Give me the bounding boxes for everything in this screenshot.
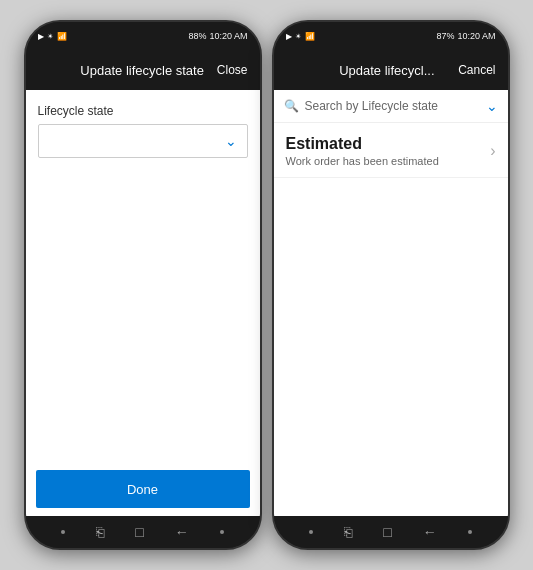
home-icon-2[interactable]: □: [383, 524, 391, 540]
bt-icon-2: ✴: [295, 32, 302, 41]
lifecycle-label: Lifecycle state: [38, 104, 248, 118]
form-area-1: Lifecycle state ⌄: [26, 90, 260, 290]
cancel-button-2[interactable]: Cancel: [458, 63, 495, 77]
list-item-estimated[interactable]: Estimated Work order has been estimated …: [274, 123, 508, 178]
search-dropdown-arrow-icon[interactable]: ⌄: [486, 98, 498, 114]
home-icon-1[interactable]: □: [135, 524, 143, 540]
network-icon-2: 📶: [305, 32, 315, 41]
bt-icon-1: ✴: [47, 32, 54, 41]
spacer-2: [274, 178, 508, 516]
signal-icon-2: ▶: [286, 32, 292, 41]
search-bar: 🔍 Search by Lifecycle state ⌄: [274, 90, 508, 123]
screen-content-1: Lifecycle state ⌄ Done: [26, 90, 260, 516]
battery-text-2: 87%: [436, 31, 454, 41]
back-icon-1[interactable]: ←: [175, 524, 189, 540]
chevron-down-icon: ⌄: [225, 133, 237, 149]
nav-dot-1: [61, 530, 65, 534]
app-bar-title-2: Update lifecycl...: [316, 63, 459, 78]
phone-1: ▶ ✴ 📶 88% 10:20 AM Update lifecycle stat…: [24, 20, 262, 550]
time-text-1: 10:20 AM: [209, 31, 247, 41]
battery-text-1: 88%: [188, 31, 206, 41]
status-bar-1: ▶ ✴ 📶 88% 10:20 AM: [26, 22, 260, 50]
list-item-title: Estimated: [286, 135, 491, 153]
network-icon-1: 📶: [57, 32, 67, 41]
chevron-right-icon: ›: [490, 142, 495, 160]
phone-2: ▶ ✴ 📶 87% 10:20 AM Update lifecycl... Ca…: [272, 20, 510, 550]
screen-content-2: 🔍 Search by Lifecycle state ⌄ Estimated …: [274, 90, 508, 516]
close-button-1[interactable]: Close: [217, 63, 248, 77]
done-button[interactable]: Done: [36, 470, 250, 508]
back-icon-2[interactable]: ←: [423, 524, 437, 540]
list-item-text: Estimated Work order has been estimated: [286, 135, 491, 167]
recent-apps-icon-1[interactable]: ⎗: [96, 524, 104, 540]
search-input[interactable]: Search by Lifecycle state: [305, 99, 480, 113]
search-icon: 🔍: [284, 99, 299, 113]
status-left-2: ▶ ✴ 📶: [286, 32, 315, 41]
nav-dot-2: [220, 530, 224, 534]
signal-icon-1: ▶: [38, 32, 44, 41]
list-item-subtitle: Work order has been estimated: [286, 155, 491, 167]
bottom-nav-1: ⎗ □ ←: [26, 516, 260, 548]
status-left-1: ▶ ✴ 📶: [38, 32, 67, 41]
status-right-1: 88% 10:20 AM: [188, 31, 247, 41]
nav-dot-4: [468, 530, 472, 534]
nav-dot-3: [309, 530, 313, 534]
app-bar-2: Update lifecycl... Cancel: [274, 50, 508, 90]
app-bar-1: Update lifecycle state Close: [26, 50, 260, 90]
app-bar-title-1: Update lifecycle state: [68, 63, 217, 78]
spacer-1: [26, 290, 260, 462]
status-bar-2: ▶ ✴ 📶 87% 10:20 AM: [274, 22, 508, 50]
status-right-2: 87% 10:20 AM: [436, 31, 495, 41]
bottom-nav-2: ⎗ □ ←: [274, 516, 508, 548]
time-text-2: 10:20 AM: [457, 31, 495, 41]
lifecycle-dropdown[interactable]: ⌄: [38, 124, 248, 158]
recent-apps-icon-2[interactable]: ⎗: [344, 524, 352, 540]
